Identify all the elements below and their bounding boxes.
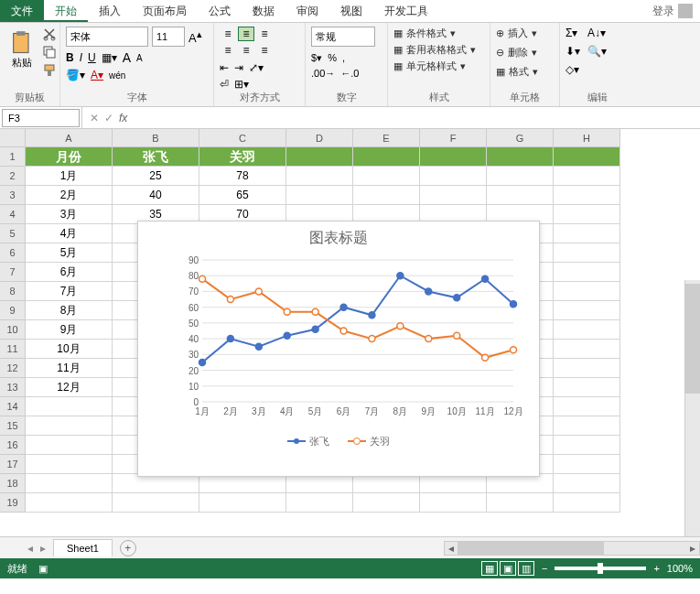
cell[interactable]: [26, 397, 113, 416]
tab-formula[interactable]: 公式: [198, 0, 242, 22]
cell[interactable]: [113, 474, 199, 493]
col-header[interactable]: E: [353, 129, 420, 147]
row-header[interactable]: 4: [0, 205, 26, 224]
page-break-view-button[interactable]: ▥: [518, 561, 534, 576]
tab-layout[interactable]: 页面布局: [132, 0, 198, 22]
comma-icon[interactable]: ,: [342, 52, 345, 64]
cell[interactable]: 65: [199, 186, 286, 205]
cell[interactable]: [487, 474, 554, 493]
col-header[interactable]: A: [26, 129, 113, 147]
bold-button[interactable]: B: [66, 51, 74, 64]
col-header[interactable]: H: [554, 129, 620, 147]
cell[interactable]: [554, 340, 620, 359]
cell[interactable]: [26, 493, 113, 513]
align-top-right[interactable]: ≡: [256, 27, 273, 41]
tab-home[interactable]: 开始: [44, 0, 88, 22]
cell[interactable]: 9月: [26, 320, 113, 340]
horizontal-scrollbar[interactable]: ◂ ▸: [444, 541, 700, 556]
align-top-center[interactable]: ≡: [238, 27, 254, 41]
cell[interactable]: 78: [199, 167, 286, 186]
cell[interactable]: 2月: [26, 186, 113, 205]
cell[interactable]: [199, 474, 286, 493]
cell[interactable]: [554, 263, 620, 282]
cell[interactable]: [554, 436, 620, 455]
grow-font-icon[interactable]: A▴: [188, 28, 202, 45]
currency-icon[interactable]: $▾: [311, 52, 322, 64]
cell[interactable]: [286, 493, 353, 513]
cell[interactable]: [353, 186, 420, 205]
cell[interactable]: [286, 147, 353, 167]
cell[interactable]: [487, 493, 554, 513]
cell[interactable]: 10月: [26, 340, 113, 359]
paste-button[interactable]: 粘贴: [5, 27, 38, 78]
col-header[interactable]: F: [420, 129, 487, 147]
cell[interactable]: [286, 186, 353, 205]
fill-color-icon[interactable]: 🪣▾: [66, 69, 85, 81]
cell[interactable]: 关羽: [199, 147, 286, 167]
find-icon[interactable]: 🔍▾: [587, 45, 607, 58]
cell[interactable]: [554, 378, 620, 397]
cell-style-button[interactable]: ▦单元格样式▾: [393, 59, 484, 73]
cell[interactable]: [487, 186, 554, 205]
insert-cells-button[interactable]: ⊕插入 ▾: [496, 27, 554, 40]
border-icon[interactable]: ▦▾: [102, 51, 117, 64]
format-cells-button[interactable]: ▦格式 ▾: [496, 65, 554, 79]
cell[interactable]: 11月: [26, 359, 113, 378]
cell[interactable]: [286, 474, 353, 493]
cell[interactable]: [554, 493, 620, 513]
tab-file[interactable]: 文件: [0, 0, 44, 22]
row-header[interactable]: 19: [0, 493, 26, 513]
align-top-left[interactable]: ≡: [220, 27, 236, 41]
font-color-icon[interactable]: A▾: [91, 69, 103, 81]
row-header[interactable]: 11: [0, 340, 26, 359]
cell[interactable]: 月份: [26, 147, 113, 167]
row-header[interactable]: 2: [0, 167, 26, 186]
cell[interactable]: 3月: [26, 205, 113, 224]
col-header[interactable]: C: [199, 129, 286, 147]
number-format-select[interactable]: [311, 27, 375, 47]
indent-increase-icon[interactable]: ⇥: [234, 61, 243, 74]
col-header[interactable]: B: [113, 129, 199, 147]
align-left[interactable]: ≡: [220, 43, 236, 58]
tab-data[interactable]: 数据: [242, 0, 285, 22]
page-layout-view-button[interactable]: ▣: [500, 561, 516, 576]
row-header[interactable]: 18: [0, 474, 26, 493]
format-painter-icon[interactable]: [42, 63, 57, 78]
percent-icon[interactable]: %: [328, 52, 337, 64]
fx-icon[interactable]: fx: [119, 112, 127, 124]
row-header[interactable]: 10: [0, 320, 26, 340]
merge-icon[interactable]: ⊞▾: [234, 78, 249, 91]
cell[interactable]: [554, 416, 620, 436]
vertical-scrollbar[interactable]: [684, 280, 700, 536]
cell[interactable]: [420, 186, 487, 205]
row-header[interactable]: 9: [0, 301, 26, 320]
cell[interactable]: [554, 147, 620, 167]
tab-view[interactable]: 视图: [329, 0, 373, 22]
increase-decimal-icon[interactable]: .00→: [311, 68, 335, 79]
scroll-thumb[interactable]: [458, 542, 604, 555]
fill-icon[interactable]: ⬇▾: [565, 45, 580, 58]
underline-button[interactable]: U: [88, 51, 96, 64]
cell[interactable]: [353, 474, 420, 493]
row-header[interactable]: 3: [0, 186, 26, 205]
confirm-icon[interactable]: ✓: [104, 112, 113, 124]
row-header[interactable]: 1: [0, 147, 26, 167]
cell[interactable]: [26, 455, 113, 474]
phonetic-icon[interactable]: wén: [109, 70, 125, 81]
align-center[interactable]: ≡: [238, 43, 254, 58]
scroll-left-icon[interactable]: ◂: [445, 542, 458, 555]
cell[interactable]: [554, 474, 620, 493]
cell[interactable]: 6月: [26, 263, 113, 282]
align-right[interactable]: ≡: [256, 43, 273, 58]
cell[interactable]: [353, 167, 420, 186]
orientation-icon[interactable]: ⤢▾: [249, 61, 264, 74]
row-header[interactable]: 8: [0, 282, 26, 301]
select-all-corner[interactable]: [0, 129, 26, 147]
row-header[interactable]: 13: [0, 378, 26, 397]
cell[interactable]: 1月: [26, 167, 113, 186]
cell[interactable]: [554, 243, 620, 263]
cancel-icon[interactable]: ✕: [90, 112, 99, 124]
cell[interactable]: [26, 416, 113, 436]
cell[interactable]: [487, 167, 554, 186]
cell[interactable]: 张飞: [113, 147, 199, 167]
